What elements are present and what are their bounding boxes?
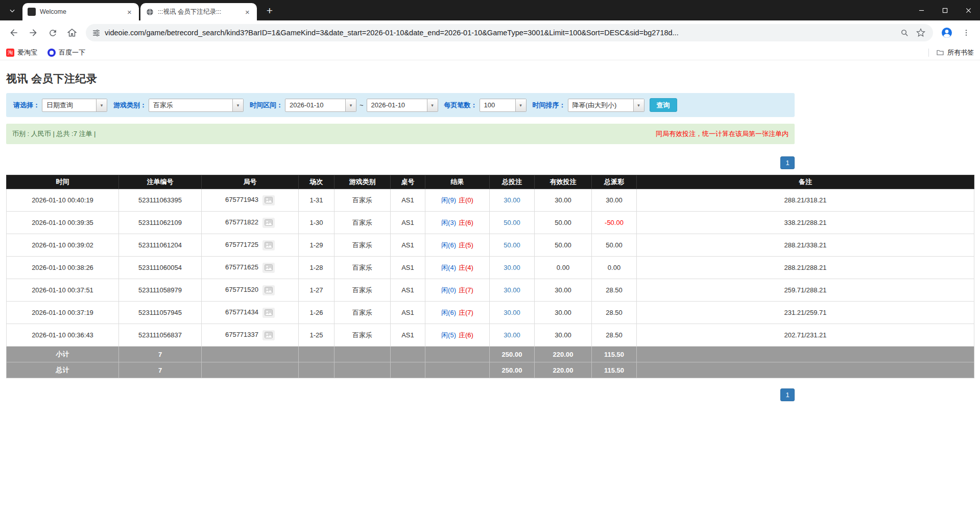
cell-note: 338.21/288.21 [637,212,974,234]
result-banker: 庄(7) [459,286,473,294]
cell-total-bet: 30.00 [490,302,535,324]
refresh-button[interactable] [44,24,61,41]
result-player: 闲(6) [441,309,456,316]
snapshot-image-icon [265,242,273,248]
total-bet-link[interactable]: 50.00 [504,241,520,249]
round-snapshot-button[interactable] [262,308,275,318]
browser-window: Welcome × :::视讯 会员下注纪录::: × + [0,0,980,60]
date-start-select[interactable]: 2026-01-10 ▾ [285,99,356,112]
round-snapshot-button[interactable] [262,195,275,205]
table-header-row: 时间注单编号局号场次游戏类别桌号结果总投注有效投注总派彩备注 [7,175,974,189]
chevron-down-icon[interactable]: ▾ [345,99,356,111]
bookmark-label: 爱淘宝 [17,48,37,57]
url-text[interactable]: videoie.com/game/betrecord_search/kind3?… [105,29,894,37]
tab-close-icon[interactable]: × [125,8,134,16]
cell-game: 百家乐 [334,212,391,234]
query-type-select[interactable]: 日期查询 ▾ [42,99,107,112]
cell-result: 闲(3)庄(6) [425,212,490,234]
home-button[interactable] [63,24,81,41]
cell-total-bet: 30.00 [490,324,535,347]
sort-select[interactable]: 降幂(由大到小) ▾ [568,99,644,112]
page-content: 视讯 会员下注纪录 请选择： 日期查询 ▾ 游戏类别： 百家乐 ▾ 时间区间： … [0,72,980,401]
address-bar[interactable]: videoie.com/game/betrecord_search/kind3?… [86,24,933,41]
minimize-button[interactable] [910,0,933,20]
column-header: 注单编号 [119,175,202,189]
welcome-favicon-icon [28,8,36,16]
baidu-favicon-icon [47,49,56,57]
cell-note: 259.71/288.21 [637,279,974,302]
page-1-button[interactable]: 1 [780,156,795,169]
back-button[interactable] [5,24,22,41]
maximize-button[interactable] [933,0,957,20]
cell-time: 2026-01-10 00:38:26 [7,257,119,279]
total-bet-link[interactable]: 30.00 [504,331,520,339]
tab-search-button[interactable] [5,4,19,18]
tab-title: Welcome [40,8,122,15]
cell-table: AS1 [391,257,425,279]
total-bet-link[interactable]: 30.00 [504,286,520,294]
summary-total-bet: 250.00 [490,347,535,362]
tab-betrecord[interactable]: :::视讯 会员下注纪录::: × [140,3,257,20]
star-icon [916,28,925,37]
round-snapshot-button[interactable] [262,218,275,228]
all-bookmarks-button[interactable]: 所有书签 [928,48,974,57]
bookmark-star-button[interactable] [915,27,927,39]
result-banker: 庄(4) [459,264,473,271]
search-button[interactable]: 查询 [650,98,677,112]
cell-round: 675771520 [202,279,299,302]
date-end-select[interactable]: 2026-01-10 ▾ [367,99,438,112]
close-button[interactable] [957,0,980,20]
cell-bet-id: 523111058979 [119,279,202,302]
cell-game: 百家乐 [334,324,391,347]
total-bet-link[interactable]: 50.00 [504,219,520,226]
column-header: 场次 [299,175,334,189]
round-snapshot-button[interactable] [262,240,275,250]
total-bet-link[interactable]: 30.00 [504,196,520,204]
chevron-down-icon[interactable]: ▾ [232,99,243,111]
chevron-down-icon [9,7,16,14]
cell-session: 1-30 [299,212,334,234]
chevron-down-icon[interactable]: ▾ [96,99,107,111]
chevron-down-icon[interactable]: ▾ [427,99,438,111]
bet-row: 2026-01-10 00:36:43523111056837675771337… [7,324,974,347]
browser-menu-button[interactable] [958,24,975,41]
bookmark-taobao[interactable]: 淘 爱淘宝 [6,48,37,57]
new-tab-button[interactable]: + [262,4,277,18]
profile-avatar[interactable] [938,24,955,41]
total-bet-link[interactable]: 30.00 [504,264,520,271]
cell-bet-id: 523111063395 [119,189,202,212]
snapshot-image-icon [265,309,273,316]
site-info-icon[interactable] [92,29,101,37]
round-snapshot-button[interactable] [262,285,275,295]
tab-welcome[interactable]: Welcome × [22,3,139,20]
bet-row: 2026-01-10 00:38:26523111060054675771625… [7,257,974,279]
magnifier-icon [900,29,909,37]
per-page-select[interactable]: 100 ▾ [480,99,527,112]
bet-row: 2026-01-10 00:39:35523111062109675771822… [7,212,974,234]
cell-time: 2026-01-10 00:40:19 [7,189,119,212]
cell-bet-id: 523111061204 [119,234,202,257]
date-range-label: 时间区间： [250,101,283,110]
chevron-down-icon[interactable]: ▾ [515,99,526,111]
tab-close-icon[interactable]: × [243,8,252,16]
cell-note: 288.21/288.21 [637,257,974,279]
round-snapshot-button[interactable] [262,330,275,340]
result-player: 闲(9) [441,196,456,204]
round-snapshot-button[interactable] [262,263,275,273]
bookmark-baidu[interactable]: 百度一下 [47,48,85,57]
cell-round: 675771434 [202,302,299,324]
forward-button[interactable] [25,24,42,41]
result-banker: 庄(7) [459,309,473,316]
cell-bet-id: 523111056837 [119,324,202,347]
total-bet-link[interactable]: 30.00 [504,309,520,316]
select-type-label: 请选择： [13,101,40,110]
cell-note: 288.21/338.21 [637,234,974,257]
page-1-button[interactable]: 1 [780,388,795,401]
cell-result: 闲(4)庄(4) [425,257,490,279]
sort-label: 时间排序： [533,101,566,110]
zoom-button[interactable] [898,27,911,39]
chevron-down-icon[interactable]: ▾ [633,99,644,111]
cell-session: 1-27 [299,279,334,302]
column-header: 结果 [425,175,490,189]
game-kind-select[interactable]: 百家乐 ▾ [149,99,244,112]
